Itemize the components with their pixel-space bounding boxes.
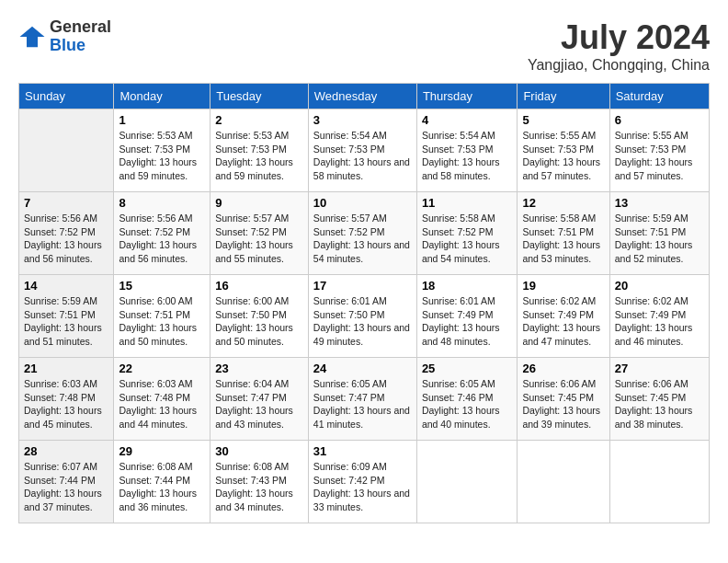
day-number: 22 — [119, 362, 205, 375]
calendar-cell: 7Sunrise: 5:56 AMSunset: 7:52 PMDaylight… — [19, 192, 114, 275]
day-number: 11 — [422, 196, 513, 210]
week-row-2: 7Sunrise: 5:56 AMSunset: 7:52 PMDaylight… — [19, 192, 710, 275]
calendar-body: 1Sunrise: 5:53 AMSunset: 7:53 PMDaylight… — [19, 109, 710, 523]
cell-details: Sunrise: 6:08 AMSunset: 7:44 PMDaylight:… — [119, 460, 205, 514]
calendar-cell — [19, 109, 114, 192]
cell-details: Sunrise: 6:03 AMSunset: 7:48 PMDaylight:… — [24, 377, 108, 431]
week-row-5: 28Sunrise: 6:07 AMSunset: 7:44 PMDayligh… — [19, 441, 710, 523]
day-number: 16 — [215, 279, 303, 293]
logo: General Blue — [18, 18, 111, 55]
column-header-monday: Monday — [114, 84, 210, 109]
calendar-cell: 11Sunrise: 5:58 AMSunset: 7:52 PMDayligh… — [416, 192, 518, 275]
cell-details: Sunrise: 5:54 AMSunset: 7:53 PMDaylight:… — [313, 129, 412, 183]
calendar-cell — [518, 441, 609, 523]
calendar-cell: 8Sunrise: 5:56 AMSunset: 7:52 PMDaylight… — [114, 192, 210, 275]
cell-details: Sunrise: 6:05 AMSunset: 7:46 PMDaylight:… — [422, 377, 513, 431]
day-number: 14 — [24, 279, 108, 293]
cell-details: Sunrise: 6:09 AMSunset: 7:42 PMDaylight:… — [313, 460, 412, 514]
calendar-table: SundayMondayTuesdayWednesdayThursdayFrid… — [18, 83, 710, 523]
cell-details: Sunrise: 5:55 AMSunset: 7:53 PMDaylight:… — [615, 129, 704, 183]
calendar-cell: 3Sunrise: 5:54 AMSunset: 7:53 PMDaylight… — [308, 109, 416, 192]
cell-details: Sunrise: 6:05 AMSunset: 7:47 PMDaylight:… — [313, 377, 412, 431]
cell-details: Sunrise: 5:54 AMSunset: 7:53 PMDaylight:… — [422, 129, 513, 183]
day-number: 27 — [615, 362, 704, 375]
calendar-cell: 6Sunrise: 5:55 AMSunset: 7:53 PMDaylight… — [609, 109, 709, 192]
cell-details: Sunrise: 5:56 AMSunset: 7:52 PMDaylight:… — [24, 212, 108, 266]
day-number: 25 — [422, 362, 513, 375]
calendar-cell: 15Sunrise: 6:00 AMSunset: 7:51 PMDayligh… — [114, 275, 210, 358]
cell-details: Sunrise: 5:59 AMSunset: 7:51 PMDaylight:… — [615, 212, 704, 266]
calendar-cell: 24Sunrise: 6:05 AMSunset: 7:47 PMDayligh… — [308, 358, 416, 441]
day-number: 3 — [313, 113, 412, 127]
day-number: 29 — [119, 444, 205, 458]
cell-details: Sunrise: 6:00 AMSunset: 7:50 PMDaylight:… — [215, 294, 303, 349]
column-header-saturday: Saturday — [609, 84, 709, 109]
cell-details: Sunrise: 6:07 AMSunset: 7:44 PMDaylight:… — [24, 460, 108, 514]
main-title: July 2024 — [528, 18, 710, 57]
calendar-cell: 21Sunrise: 6:03 AMSunset: 7:48 PMDayligh… — [19, 358, 114, 441]
column-header-row: SundayMondayTuesdayWednesdayThursdayFrid… — [19, 84, 710, 109]
day-number: 17 — [313, 279, 412, 293]
cell-details: Sunrise: 5:55 AMSunset: 7:53 PMDaylight:… — [522, 129, 604, 183]
cell-details: Sunrise: 5:53 AMSunset: 7:53 PMDaylight:… — [119, 129, 205, 183]
calendar-cell: 1Sunrise: 5:53 AMSunset: 7:53 PMDaylight… — [114, 109, 210, 192]
logo-icon — [18, 23, 46, 51]
cell-details: Sunrise: 6:02 AMSunset: 7:49 PMDaylight:… — [522, 294, 604, 349]
day-number: 9 — [215, 196, 303, 210]
day-number: 12 — [522, 196, 604, 210]
day-number: 28 — [24, 444, 108, 458]
calendar-cell: 18Sunrise: 6:01 AMSunset: 7:49 PMDayligh… — [416, 275, 518, 358]
calendar-cell — [609, 441, 709, 523]
calendar-cell: 16Sunrise: 6:00 AMSunset: 7:50 PMDayligh… — [210, 275, 309, 358]
week-row-4: 21Sunrise: 6:03 AMSunset: 7:48 PMDayligh… — [19, 358, 710, 441]
day-number: 8 — [119, 196, 205, 210]
day-number: 1 — [119, 113, 205, 127]
calendar-cell: 25Sunrise: 6:05 AMSunset: 7:46 PMDayligh… — [416, 358, 518, 441]
cell-details: Sunrise: 6:08 AMSunset: 7:43 PMDaylight:… — [215, 460, 303, 514]
day-number: 15 — [119, 279, 205, 293]
cell-details: Sunrise: 6:03 AMSunset: 7:48 PMDaylight:… — [119, 377, 205, 431]
day-number: 31 — [313, 444, 412, 458]
week-row-3: 14Sunrise: 5:59 AMSunset: 7:51 PMDayligh… — [19, 275, 710, 358]
calendar-cell: 4Sunrise: 5:54 AMSunset: 7:53 PMDaylight… — [416, 109, 518, 192]
cell-details: Sunrise: 5:58 AMSunset: 7:52 PMDaylight:… — [422, 212, 513, 266]
calendar-cell: 14Sunrise: 5:59 AMSunset: 7:51 PMDayligh… — [19, 275, 114, 358]
calendar-cell: 20Sunrise: 6:02 AMSunset: 7:49 PMDayligh… — [609, 275, 709, 358]
cell-details: Sunrise: 5:57 AMSunset: 7:52 PMDaylight:… — [313, 212, 412, 266]
calendar-cell: 26Sunrise: 6:06 AMSunset: 7:45 PMDayligh… — [518, 358, 609, 441]
day-number: 4 — [422, 113, 513, 127]
day-number: 18 — [422, 279, 513, 293]
calendar-cell: 12Sunrise: 5:58 AMSunset: 7:51 PMDayligh… — [518, 192, 609, 275]
cell-details: Sunrise: 6:02 AMSunset: 7:49 PMDaylight:… — [615, 294, 704, 349]
calendar-cell: 30Sunrise: 6:08 AMSunset: 7:43 PMDayligh… — [210, 441, 309, 523]
calendar-cell: 27Sunrise: 6:06 AMSunset: 7:45 PMDayligh… — [609, 358, 709, 441]
calendar-cell: 31Sunrise: 6:09 AMSunset: 7:42 PMDayligh… — [308, 441, 416, 523]
cell-details: Sunrise: 5:58 AMSunset: 7:51 PMDaylight:… — [522, 212, 604, 266]
cell-details: Sunrise: 6:00 AMSunset: 7:51 PMDaylight:… — [119, 294, 205, 349]
day-number: 19 — [522, 279, 604, 293]
cell-details: Sunrise: 6:04 AMSunset: 7:47 PMDaylight:… — [215, 377, 303, 431]
calendar-cell: 13Sunrise: 5:59 AMSunset: 7:51 PMDayligh… — [609, 192, 709, 275]
day-number: 30 — [215, 444, 303, 458]
day-number: 10 — [313, 196, 412, 210]
calendar-cell: 9Sunrise: 5:57 AMSunset: 7:52 PMDaylight… — [210, 192, 309, 275]
calendar-cell: 29Sunrise: 6:08 AMSunset: 7:44 PMDayligh… — [114, 441, 210, 523]
cell-details: Sunrise: 6:06 AMSunset: 7:45 PMDaylight:… — [522, 377, 604, 431]
calendar-cell: 22Sunrise: 6:03 AMSunset: 7:48 PMDayligh… — [114, 358, 210, 441]
column-header-friday: Friday — [518, 84, 609, 109]
calendar-cell — [416, 441, 518, 523]
cell-details: Sunrise: 6:01 AMSunset: 7:50 PMDaylight:… — [313, 294, 412, 349]
logo-line2: Blue — [50, 37, 111, 55]
day-number: 13 — [615, 196, 704, 210]
logo-line1: General — [50, 18, 111, 37]
page-header: General Blue July 2024 Yangjiao, Chongqi… — [18, 18, 710, 74]
cell-details: Sunrise: 5:59 AMSunset: 7:51 PMDaylight:… — [24, 294, 108, 349]
svg-marker-0 — [20, 27, 45, 48]
calendar-cell: 10Sunrise: 5:57 AMSunset: 7:52 PMDayligh… — [308, 192, 416, 275]
column-header-sunday: Sunday — [19, 84, 114, 109]
day-number: 24 — [313, 362, 412, 375]
calendar-cell: 2Sunrise: 5:53 AMSunset: 7:53 PMDaylight… — [210, 109, 309, 192]
cell-details: Sunrise: 5:57 AMSunset: 7:52 PMDaylight:… — [215, 212, 303, 266]
cell-details: Sunrise: 6:01 AMSunset: 7:49 PMDaylight:… — [422, 294, 513, 349]
cell-details: Sunrise: 5:56 AMSunset: 7:52 PMDaylight:… — [119, 212, 205, 266]
